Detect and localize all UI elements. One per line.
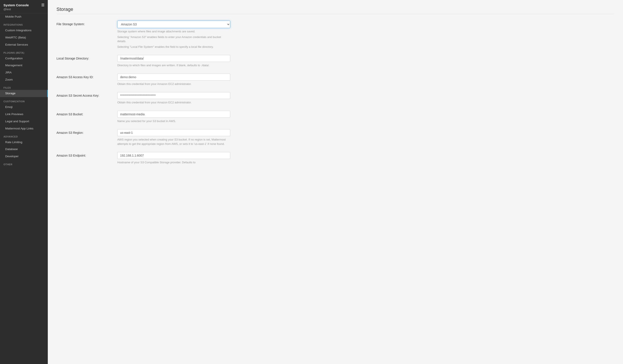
s3-bucket-field: Name you selected for your S3 bucket in … <box>117 111 230 123</box>
local-storage-directory-hint: Directory to which files and images are … <box>117 63 230 67</box>
sidebar-section-files: FILES <box>0 83 48 90</box>
sidebar-item-storage[interactable]: Storage <box>0 90 48 97</box>
app-title: System Console <box>3 3 29 7</box>
s3-region-field: AWS region you selected when creating yo… <box>117 129 230 146</box>
sidebar-item-webrtc-beta[interactable]: WebRTC (Beta) <box>0 34 48 41</box>
s3-bucket-row: Amazon S3 Bucket: Name you selected for … <box>56 111 614 123</box>
sidebar-item-legal-and-support[interactable]: Legal and Support <box>0 118 48 125</box>
s3-endpoint-label: Amazon S3 Endpoint: <box>56 152 117 157</box>
sidebar-item-custom-integrations[interactable]: Custom Integrations <box>0 27 48 34</box>
local-storage-directory-row: Local Storage Directory: Directory to wh… <box>56 55 614 67</box>
s3-endpoint-input[interactable] <box>117 152 230 159</box>
local-storage-directory-field: Directory to which files and images are … <box>117 55 230 67</box>
s3-region-label: Amazon S3 Region: <box>56 129 117 134</box>
s3-access-key-id-label: Amazon S3 Access Key ID: <box>56 74 117 79</box>
sidebar-section-plugins: PLUGINS (BETA) <box>0 48 48 55</box>
sidebar-section-integrations: INTEGRATIONS <box>0 21 48 27</box>
s3-endpoint-hint: Hostname of your S3 Compatible Storage p… <box>117 160 230 165</box>
sidebar-item-external-services[interactable]: External Services <box>0 41 48 48</box>
s3-bucket-input[interactable] <box>117 111 230 118</box>
main-content: Storage File Storage System: Local File … <box>48 0 623 364</box>
s3-region-hint: AWS region you selected when creating yo… <box>117 137 230 146</box>
s3-access-key-id-field: Obtain this credential from your Amazon … <box>117 74 230 86</box>
user-name: @test <box>3 8 44 11</box>
sidebar-item-rate-limiting[interactable]: Rate Limiting <box>0 139 48 146</box>
sidebar-item-database[interactable]: Database <box>0 146 48 153</box>
s3-secret-access-key-hint: Obtain this credential from your Amazon … <box>117 100 230 105</box>
sidebar-section-customization: CUSTOMIZATION <box>0 97 48 104</box>
sidebar-item-jira[interactable]: JIRA <box>0 69 48 76</box>
file-storage-hint-2: Selecting "Amazon S3" enables fields to … <box>117 35 230 43</box>
sidebar-item-mobile-push[interactable]: Mobile Push <box>0 13 48 21</box>
title-divider <box>56 14 614 14</box>
file-storage-system-select[interactable]: Local File System Amazon S3 <box>117 21 230 28</box>
s3-secret-access-key-input[interactable] <box>117 92 230 99</box>
s3-secret-access-key-row: Amazon S3 Secret Access Key: Obtain this… <box>56 92 614 105</box>
file-storage-hint-1: Storage system where files and image att… <box>117 29 230 34</box>
s3-endpoint-field: Hostname of your S3 Compatible Storage p… <box>117 152 230 165</box>
sidebar-item-management[interactable]: Management <box>0 62 48 69</box>
sidebar-item-emoji[interactable]: Emoji <box>0 104 48 111</box>
sidebar-item-zoom[interactable]: Zoom <box>0 76 48 83</box>
sidebar-section-other: OTHER <box>0 160 48 167</box>
file-storage-system-field: Local File System Amazon S3 Storage syst… <box>117 21 230 49</box>
sidebar-item-mattermost-app-links[interactable]: Mattermost App Links <box>0 125 48 132</box>
local-storage-directory-input[interactable] <box>117 55 230 62</box>
s3-access-key-id-hint: Obtain this credential from your Amazon … <box>117 82 230 86</box>
sidebar: System Console ☰ @test Mobile Push INTEG… <box>0 0 48 364</box>
sidebar-item-configuration[interactable]: Configuration <box>0 55 48 62</box>
page-title: Storage <box>56 6 614 12</box>
s3-bucket-hint: Name you selected for your S3 bucket in … <box>117 119 230 123</box>
sidebar-section-advanced: ADVANCED <box>0 132 48 139</box>
s3-region-input[interactable] <box>117 129 230 136</box>
s3-access-key-id-row: Amazon S3 Access Key ID: Obtain this cre… <box>56 74 614 86</box>
s3-secret-access-key-field: Obtain this credential from your Amazon … <box>117 92 230 105</box>
s3-access-key-id-input[interactable] <box>117 74 230 81</box>
s3-endpoint-row: Amazon S3 Endpoint: Hostname of your S3 … <box>56 152 614 165</box>
sidebar-item-developer[interactable]: Developer <box>0 153 48 160</box>
hamburger-icon[interactable]: ☰ <box>41 3 44 7</box>
s3-bucket-label: Amazon S3 Bucket: <box>56 111 117 116</box>
s3-secret-access-key-label: Amazon S3 Secret Access Key: <box>56 92 117 97</box>
s3-region-row: Amazon S3 Region: AWS region you selecte… <box>56 129 614 146</box>
sidebar-header: System Console ☰ @test <box>0 0 48 13</box>
file-storage-system-row: File Storage System: Local File System A… <box>56 21 614 49</box>
sidebar-item-link-previews[interactable]: Link Previews <box>0 111 48 118</box>
file-storage-hint-3: Selecting "Local File System" enables th… <box>117 45 230 49</box>
local-storage-directory-label: Local Storage Directory: <box>56 55 117 60</box>
file-storage-system-label: File Storage System: <box>56 21 117 26</box>
